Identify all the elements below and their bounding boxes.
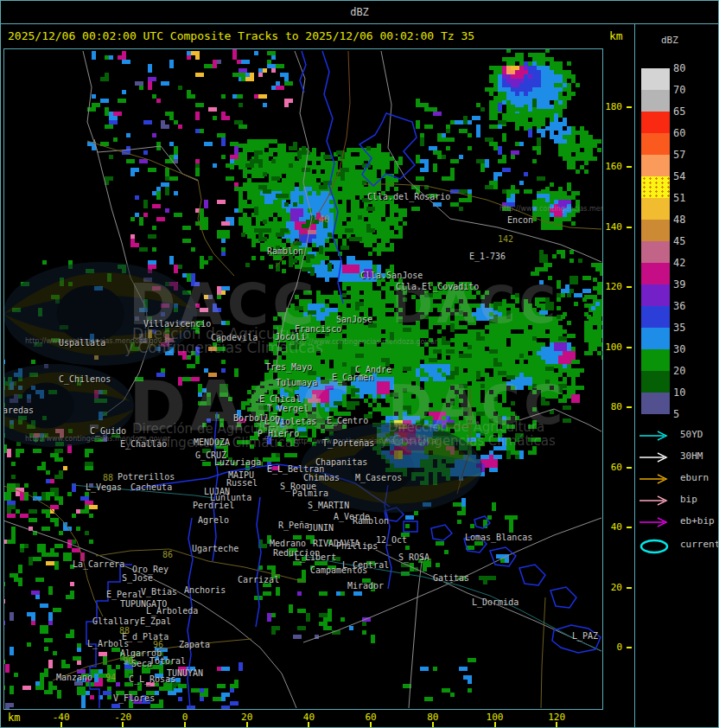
map-place-label: Phillips <box>336 541 378 551</box>
map-route-label: 86 <box>162 550 173 559</box>
map-place-label: E_Centro <box>327 416 368 426</box>
30HM-arrow-icon <box>639 451 673 463</box>
x-tick-mark <box>308 722 309 728</box>
map-place-label: Perdriel <box>193 501 234 510</box>
map-water-outline <box>550 587 576 608</box>
colorbar-swatch <box>641 90 670 112</box>
y-tick-label: 60 <box>603 462 622 473</box>
map-place-label: Ugarteche <box>192 544 239 553</box>
map-place-label: Ramblon <box>353 516 389 526</box>
current-cell-ellipse-icon <box>639 539 673 554</box>
map-route-label: 94 <box>105 673 116 682</box>
map-place-label: JUNIN <box>308 523 334 533</box>
map-place-label: 12_Oct <box>376 535 407 546</box>
map-place-label: Russel <box>226 478 258 488</box>
colorbar-level-label: 42 <box>673 257 699 269</box>
legend-item-50YD: 50YD <box>639 429 673 441</box>
colorbar-swatch <box>641 176 670 198</box>
y-tick-label: 120 <box>603 281 622 292</box>
x-tick-mark <box>246 722 248 728</box>
map-place-label: L_Dormida <box>472 597 519 608</box>
legend-item-label: 30HM <box>680 450 703 462</box>
map-route-label: 90 <box>123 656 133 666</box>
colorbar-swatch <box>641 112 670 133</box>
map-route-label: 96 <box>153 640 163 649</box>
colorbar-level-label: 51 <box>673 192 699 204</box>
map-place-label: C_Chilenos <box>59 374 111 385</box>
map-place-label: Villavicencio <box>143 319 211 329</box>
radar-echo-canvas[interactable]: DACCDACCDACCDACCDirección de Agricultura… <box>4 49 602 709</box>
map-place-label: Gltallary <box>92 616 139 626</box>
colorbar-level-label: 60 <box>673 127 699 139</box>
colorbar-level-label: 10 <box>673 386 699 399</box>
y-tick-label: 160 <box>603 161 622 172</box>
y-axis-unit-label: km <box>609 29 623 42</box>
colorbar-swatch <box>641 155 670 176</box>
map-place-label: T_Porteñas <box>322 438 374 449</box>
map-place-label: Cacheuta <box>130 482 172 492</box>
legend-item-eburn: eburn <box>639 472 673 484</box>
colorbar-swatch <box>641 349 670 371</box>
legend-sidebar: dBZ 807065605754514845423936353020105 50… <box>634 24 719 728</box>
map-place-label: M_Caseros <box>355 473 402 483</box>
map-place-label: L_Vegas <box>86 482 122 493</box>
map-place-label: L_Libert <box>295 552 336 563</box>
legend-item-label: 50YD <box>680 429 703 440</box>
radar-map-plot[interactable]: DACCDACCDACCDACCDirección de Agricultura… <box>3 48 603 710</box>
x-tick-mark <box>60 722 62 728</box>
y-axis: 0 20 40 60 80 100 120 140 160 180 <box>603 48 634 710</box>
colorbar-swatch <box>641 263 670 284</box>
y-tick-label: 100 <box>603 342 622 353</box>
map-place-label: SanJose <box>336 315 372 324</box>
colorbar-swatch <box>641 133 670 155</box>
watermark-url: http://www.contingencias.mendoza.gov.ar <box>499 205 602 213</box>
map-place-label: S_MARTIN <box>308 501 349 511</box>
eb+bip-arrow-icon <box>639 516 673 528</box>
colorbar-swatch <box>641 284 670 306</box>
watermark-url: http://www.contingencias.mendoza.gov.ar <box>292 338 438 346</box>
map-place-label: Mirador <box>347 581 384 591</box>
map-place-label: Luzuriaga <box>214 457 261 467</box>
map-place-label: S_Jose <box>122 573 153 584</box>
colorbar-swatch <box>641 393 670 414</box>
y-tick-mark <box>627 166 632 168</box>
map-place-label: Lomas_Blancas <box>465 533 532 543</box>
legend-item-30HM: 30HM <box>639 450 673 463</box>
map-place-label: Capdevila <box>211 333 258 342</box>
legend-item-eb+bip: eb+bip <box>639 515 673 527</box>
x-tick-mark <box>184 722 186 728</box>
map-place-label: Chapanitas <box>315 457 367 467</box>
y-tick-mark <box>627 347 632 348</box>
legend-item-label: current <box>680 539 719 550</box>
map-place-label: V_Btias <box>141 587 177 597</box>
colorbar-level-label: 80 <box>673 62 699 74</box>
map-place-label: E_Carmen <box>332 373 373 383</box>
colorbar-swatch <box>641 68 670 90</box>
y-tick-label: 40 <box>603 521 622 533</box>
map-place-label: Ramblon <box>267 246 303 256</box>
map-place-label: Tres_Mayo <box>265 362 312 373</box>
map-place-label: Jocoli <box>275 332 306 342</box>
colorbar-swatch <box>641 220 670 241</box>
colorbar-level-label: 20 <box>673 365 699 377</box>
map-place-label: E_Challao <box>120 439 167 450</box>
colorbar-level-label: 5 <box>673 408 699 420</box>
colorbar-level-label: 57 <box>673 149 699 161</box>
map-place-label: Agrelo <box>198 515 229 525</box>
legend-item-label: bip <box>680 494 697 505</box>
colorbar-swatch <box>641 328 670 349</box>
map-route-label: 88 <box>119 626 130 635</box>
map-place-label: E_1-736 <box>469 252 506 262</box>
map-place-label: R_Peña <box>278 520 309 531</box>
colorbar-swatch <box>641 371 670 393</box>
window-title: dBZ <box>1 1 718 24</box>
map-place-label: Gatitas <box>433 573 469 583</box>
x-axis-unit-label: km <box>8 712 20 724</box>
legend-item-bip: bip <box>639 494 673 506</box>
eburn-arrow-icon <box>639 473 673 485</box>
map-place-label: Medrano <box>270 539 306 548</box>
colorbar-level-label: 30 <box>673 343 699 355</box>
map-place-label: Potrerillos <box>118 472 175 482</box>
x-tick-mark <box>122 722 124 728</box>
map-place-label: Manzano <box>56 673 92 682</box>
